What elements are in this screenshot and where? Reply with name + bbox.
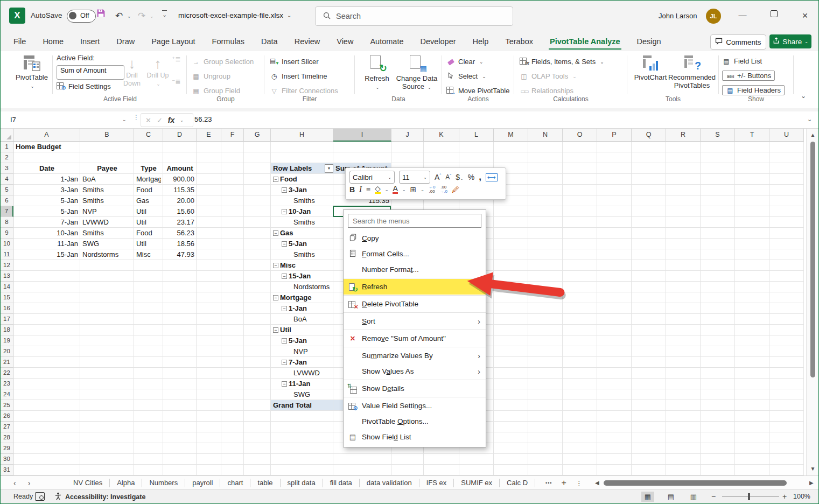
tab-home[interactable]: Home (41, 33, 65, 50)
select-all-corner[interactable] (1, 129, 13, 142)
select-button[interactable]: Select⌄ (446, 69, 509, 83)
collapse-minus-icon[interactable]: − (273, 295, 278, 300)
sheet-nav-left-icon[interactable]: ‹ (13, 479, 16, 487)
collapse-minus-icon[interactable]: − (282, 187, 287, 193)
pivot-row-H19[interactable]: 5-Jan (289, 335, 307, 346)
change-data-source-button[interactable]: ▦ Change Data Source ⌄ (395, 54, 439, 92)
undo-icon[interactable]: ↶ (115, 10, 123, 22)
column-header-C[interactable]: C (134, 129, 163, 142)
zoom-out-icon[interactable]: − (711, 492, 716, 501)
tab-formulas[interactable]: Formulas (211, 33, 246, 50)
active-field-value[interactable]: Sum of Amount (57, 65, 124, 80)
fx-dropdown-icon[interactable]: ⌄ (180, 118, 184, 123)
cell-H3[interactable]: Row Labels (273, 163, 327, 174)
collapse-minus-icon[interactable]: − (282, 241, 287, 247)
row-header-16[interactable]: 16 (1, 303, 13, 314)
cell-B4[interactable]: BoA (82, 174, 132, 185)
autofit-icon[interactable]: ⟷ (486, 173, 498, 181)
cell-D10[interactable]: 18.56 (165, 239, 194, 249)
pivot-row-H13[interactable]: 15-Jan (289, 271, 311, 282)
menu-item-show-values-as[interactable]: Show Values As› (344, 363, 486, 379)
sheet-tab-chart[interactable]: chart (220, 479, 250, 487)
row-header-13[interactable]: 13 (1, 271, 13, 282)
cell-A1[interactable]: Home Budget (16, 142, 78, 152)
cancel-icon[interactable]: ✕ (145, 116, 151, 124)
expand-field-icon[interactable]: ⁺≣ (172, 55, 180, 63)
pivot-row-H6[interactable]: Smiths (293, 195, 315, 206)
row-header-15[interactable]: 15 (1, 292, 13, 303)
menu-item-show-details[interactable]: ⇅Show Details (344, 381, 486, 396)
collapse-minus-icon[interactable]: − (282, 338, 287, 344)
zoom-in-icon[interactable]: + (782, 492, 787, 501)
fx-icon[interactable]: fx (168, 116, 174, 124)
sheet-tab-ifs-ex[interactable]: IFS ex (419, 479, 454, 487)
row-header-1[interactable]: 1 (1, 142, 13, 152)
share-button[interactable]: Share ⌄ (769, 34, 811, 48)
cell-A4[interactable]: 1-Jan (16, 174, 78, 185)
column-header-I[interactable]: I (333, 129, 391, 142)
normal-view-icon[interactable]: ▦ (641, 492, 654, 502)
sheet-tab-payroll[interactable]: payroll (185, 479, 220, 487)
cell-B5[interactable]: Smiths (82, 185, 132, 195)
cell-D4[interactable]: 900.00 (165, 174, 194, 185)
row-header-10[interactable]: 10 (1, 239, 13, 249)
sheet-tab-numbers[interactable]: Numbers (142, 479, 185, 487)
menu-item-copy[interactable]: Copy (344, 230, 486, 246)
font-name-select[interactable]: Calibri ⌄ (349, 171, 395, 184)
redo-icon[interactable]: ↷ (138, 10, 145, 22)
collapse-minus-icon[interactable]: − (282, 306, 287, 311)
menu-item-sort[interactable]: Sort› (344, 313, 486, 329)
sheet-tab-data-validation[interactable]: data validation (360, 479, 419, 487)
cell-D7[interactable]: 15.60 (165, 206, 194, 217)
cell-C8[interactable]: Util (136, 217, 161, 228)
bold-icon[interactable]: B (349, 185, 355, 194)
pivot-row-H21[interactable]: 7-Jan (289, 357, 307, 368)
pivot-row-H15[interactable]: Mortgage (280, 292, 312, 303)
tab-terabox[interactable]: Terabox (504, 33, 534, 50)
pivot-row-H25[interactable]: Grand Total (273, 400, 312, 411)
collapse-minus-icon[interactable]: − (282, 381, 287, 387)
decrease-decimal-icon[interactable]: ←0.00 (429, 185, 435, 194)
pivot-row-H4[interactable]: Food (280, 174, 297, 185)
format-painter-icon[interactable]: 🖉 (452, 185, 459, 194)
refresh-button[interactable]: ↻ Refresh ⌄ (360, 54, 394, 92)
row-header-19[interactable]: 19 (1, 335, 13, 346)
tab-insert[interactable]: Insert (79, 33, 101, 50)
tab-file[interactable]: File (12, 33, 27, 50)
cell-B3[interactable]: Payee (82, 163, 132, 174)
column-header-L[interactable]: L (459, 129, 494, 142)
redo-dropdown-icon[interactable]: ⌄ (150, 13, 154, 19)
pivottable-button[interactable]: PivotTable ⌄ (16, 54, 48, 90)
document-title[interactable]: microsoft-excel-example-file.xlsx (178, 11, 283, 19)
cell-C11[interactable]: Misc (136, 249, 161, 260)
font-size-select[interactable]: 11 ⌄ (399, 171, 430, 184)
collapse-minus-icon[interactable]: − (282, 274, 287, 279)
row-header-5[interactable]: 5 (1, 185, 13, 195)
cell-A7[interactable]: 5-Jan (16, 206, 78, 217)
cell-C4[interactable]: Mortgage (136, 174, 161, 185)
pivot-row-H5[interactable]: 3-Jan (289, 185, 307, 195)
cell-A3[interactable]: Date (16, 163, 78, 174)
column-header-R[interactable]: R (666, 129, 701, 142)
tab-help[interactable]: Help (472, 33, 490, 50)
column-header-D[interactable]: D (163, 129, 197, 142)
fill-color-icon[interactable]: ◇ (375, 185, 381, 194)
collapse-minus-icon[interactable]: − (273, 177, 278, 182)
drill-up-button[interactable]: ↑ Drill Up ⌄ (146, 55, 170, 88)
collapse-minus-icon[interactable]: − (273, 230, 278, 236)
row-header-29[interactable]: 29 (1, 443, 13, 454)
tab-developer[interactable]: Developer (419, 33, 457, 50)
tab-design[interactable]: Design (636, 33, 662, 50)
font-color-dropdown-icon[interactable]: ⌄ (402, 187, 406, 192)
enter-icon[interactable]: ✓ (157, 116, 163, 124)
row-header-24[interactable]: 24 (1, 389, 13, 400)
column-header-M[interactable]: M (494, 129, 528, 142)
pivot-row-H9[interactable]: Gas (280, 228, 293, 239)
column-header-Q[interactable]: Q (632, 129, 666, 142)
sheet-tab-calc-d[interactable]: Calc D (500, 479, 535, 487)
column-header-J[interactable]: J (391, 129, 424, 142)
pivot-row-H22[interactable]: LVWWD (293, 368, 320, 379)
formula-input[interactable]: 56.23 (194, 115, 212, 123)
pivot-row-H12[interactable]: Misc (280, 260, 296, 271)
menu-item-value-field-settings[interactable]: ⚙Value Field Settings... (344, 398, 486, 414)
